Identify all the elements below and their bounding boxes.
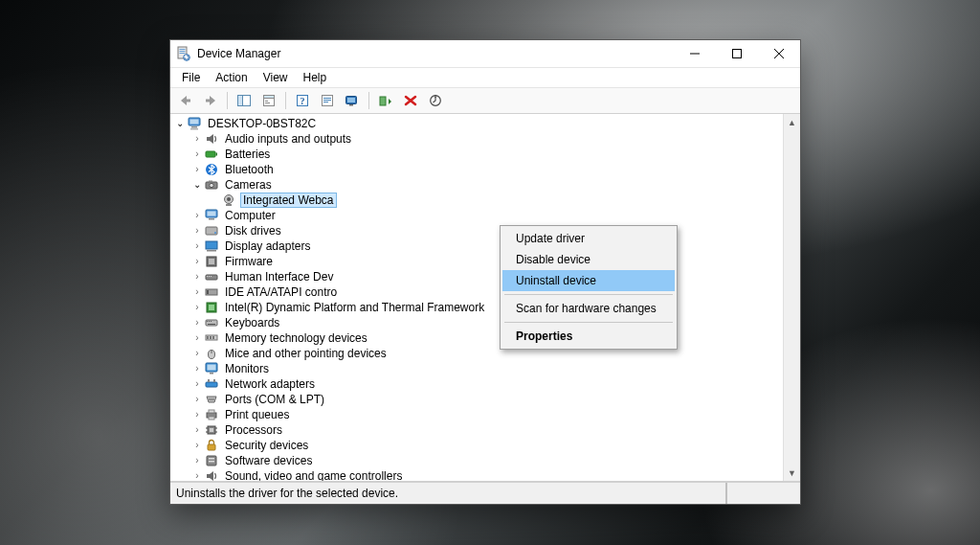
menu-file[interactable]: File bbox=[174, 69, 208, 86]
printer-icon bbox=[204, 407, 219, 422]
window-title: Device Manager bbox=[197, 47, 280, 60]
tree-item-disk-drives[interactable]: › Disk drives bbox=[174, 223, 783, 238]
svg-rect-40 bbox=[209, 218, 214, 220]
expand-icon[interactable]: › bbox=[191, 238, 203, 254]
svg-rect-37 bbox=[226, 204, 232, 206]
maximize-button[interactable] bbox=[716, 40, 758, 67]
forward-button[interactable] bbox=[199, 89, 222, 112]
tree-item-mice[interactable]: › Mice and other pointing devices bbox=[174, 346, 783, 361]
tree-item-integrated-webcam[interactable]: Integrated Webca bbox=[174, 193, 783, 208]
tree-item-audio[interactable]: › Audio inputs and outputs bbox=[174, 131, 783, 147]
tree-item-display-adapters[interactable]: › Display adapters bbox=[174, 238, 783, 254]
expand-icon[interactable]: ⌄ bbox=[174, 116, 186, 131]
tree-item-computer[interactable]: › Computer bbox=[174, 208, 783, 223]
properties-button[interactable] bbox=[257, 89, 280, 112]
svg-rect-12 bbox=[265, 101, 268, 102]
tree-item-security[interactable]: › Security devices bbox=[174, 438, 783, 453]
expand-icon[interactable]: › bbox=[191, 269, 203, 284]
svg-rect-11 bbox=[264, 96, 275, 99]
svg-point-33 bbox=[210, 183, 213, 187]
expand-icon[interactable]: › bbox=[191, 315, 203, 330]
properties-sheet-button[interactable] bbox=[316, 89, 339, 112]
minimize-button[interactable] bbox=[674, 40, 716, 67]
expand-icon[interactable]: › bbox=[191, 131, 203, 147]
svg-rect-69 bbox=[206, 382, 217, 387]
tree-item-label: Keyboards bbox=[223, 315, 281, 330]
expand-icon[interactable]: › bbox=[191, 438, 203, 453]
context-menu: Update driver Disable device Uninstall d… bbox=[500, 225, 678, 350]
expand-icon[interactable]: › bbox=[191, 392, 203, 407]
expand-icon[interactable]: › bbox=[191, 300, 203, 315]
menu-help[interactable]: Help bbox=[296, 69, 335, 86]
tree-item-batteries[interactable]: › Batteries bbox=[174, 147, 783, 162]
tree-item-label: Intel(R) Dynamic Platform and Thermal Fr… bbox=[223, 300, 486, 315]
tree-item-ports[interactable]: › Ports (COM & LPT) bbox=[174, 392, 783, 407]
svg-rect-26 bbox=[190, 120, 199, 125]
menu-view[interactable]: View bbox=[256, 69, 296, 86]
expand-icon[interactable]: › bbox=[191, 254, 203, 269]
tree-item-ide[interactable]: › IDE ATA/ATAPI contro bbox=[174, 284, 783, 300]
tree-item-label: Audio inputs and outputs bbox=[223, 131, 353, 147]
expand-icon[interactable]: › bbox=[191, 361, 203, 376]
expand-icon[interactable]: › bbox=[191, 376, 203, 392]
display-adapter-icon bbox=[204, 238, 219, 254]
expand-icon[interactable]: › bbox=[191, 468, 203, 481]
scroll-down-arrow[interactable]: ▼ bbox=[784, 465, 800, 481]
tree-item-processors[interactable]: › Processors bbox=[174, 422, 783, 438]
expand-icon[interactable]: › bbox=[191, 147, 203, 162]
expand-icon[interactable]: › bbox=[191, 422, 203, 438]
tree-item-keyboards[interactable]: › Keyboards bbox=[174, 315, 783, 330]
expand-icon[interactable]: › bbox=[191, 453, 203, 468]
tree-item-label: Computer bbox=[223, 208, 278, 223]
svg-rect-27 bbox=[191, 126, 197, 128]
svg-rect-23 bbox=[380, 97, 386, 105]
svg-rect-71 bbox=[213, 379, 215, 382]
expand-icon[interactable]: › bbox=[191, 346, 203, 361]
expand-icon[interactable]: › bbox=[191, 284, 203, 300]
uninstall-device-button[interactable] bbox=[399, 89, 422, 112]
collapse-icon[interactable]: ⌄ bbox=[191, 177, 203, 193]
scroll-track[interactable] bbox=[784, 130, 800, 465]
tree-item-firmware[interactable]: › Firmware bbox=[174, 254, 783, 269]
expand-icon[interactable]: › bbox=[191, 407, 203, 422]
svg-rect-49 bbox=[209, 276, 210, 277]
svg-rect-1 bbox=[180, 49, 186, 50]
svg-rect-22 bbox=[349, 104, 353, 106]
help-button[interactable]: ? bbox=[291, 89, 314, 112]
tree-item-label: Ports (COM & LPT) bbox=[223, 392, 326, 407]
expand-icon[interactable]: › bbox=[191, 208, 203, 223]
cpu-icon bbox=[204, 422, 219, 438]
context-menu-update-driver[interactable]: Update driver bbox=[502, 228, 675, 249]
tree-item-software[interactable]: › Software devices bbox=[174, 453, 783, 468]
expand-icon[interactable]: › bbox=[191, 223, 203, 238]
tree-item-intel-platform[interactable]: › Intel(R) Dynamic Platform and Thermal … bbox=[174, 300, 783, 315]
svg-rect-50 bbox=[211, 276, 212, 277]
expand-icon[interactable]: › bbox=[191, 330, 203, 346]
context-menu-disable-device[interactable]: Disable device bbox=[502, 249, 675, 270]
tree-item-cameras[interactable]: ⌄ Cameras bbox=[174, 177, 783, 193]
context-menu-uninstall-device[interactable]: Uninstall device bbox=[502, 270, 675, 291]
scan-hardware-button[interactable] bbox=[341, 89, 364, 112]
close-button[interactable] bbox=[758, 40, 800, 67]
back-button[interactable] bbox=[174, 89, 197, 112]
expand-icon[interactable]: › bbox=[191, 162, 203, 177]
context-menu-properties[interactable]: Properties bbox=[502, 326, 675, 347]
device-tree[interactable]: ⌄ DESKTOP-0BST82C › Audio inputs and out… bbox=[170, 114, 783, 481]
tree-item-sound[interactable]: › Sound, video and game controllers bbox=[174, 468, 783, 481]
titlebar[interactable]: Device Manager bbox=[170, 40, 800, 67]
tree-item-monitors[interactable]: › Monitors bbox=[174, 361, 783, 376]
vertical-scrollbar[interactable]: ▲ ▼ bbox=[783, 114, 800, 481]
context-menu-scan-hardware[interactable]: Scan for hardware changes bbox=[502, 298, 675, 319]
show-hide-console-tree-button[interactable] bbox=[233, 89, 256, 112]
tree-item-memtech[interactable]: › Memory technology devices bbox=[174, 330, 783, 346]
scroll-up-arrow[interactable]: ▲ bbox=[784, 114, 800, 130]
tree-item-network[interactable]: › Network adapters bbox=[174, 376, 783, 392]
tree-item-print-queues[interactable]: › Print queues bbox=[174, 407, 783, 422]
memory-icon bbox=[204, 330, 219, 346]
enable-device-button[interactable] bbox=[374, 89, 397, 112]
tree-item-hid[interactable]: › Human Interface Dev bbox=[174, 269, 783, 284]
update-driver-button[interactable] bbox=[424, 89, 447, 112]
tree-item-bluetooth[interactable]: › Bluetooth bbox=[174, 162, 783, 177]
tree-root[interactable]: ⌄ DESKTOP-0BST82C bbox=[174, 116, 783, 131]
menu-action[interactable]: Action bbox=[208, 69, 255, 86]
